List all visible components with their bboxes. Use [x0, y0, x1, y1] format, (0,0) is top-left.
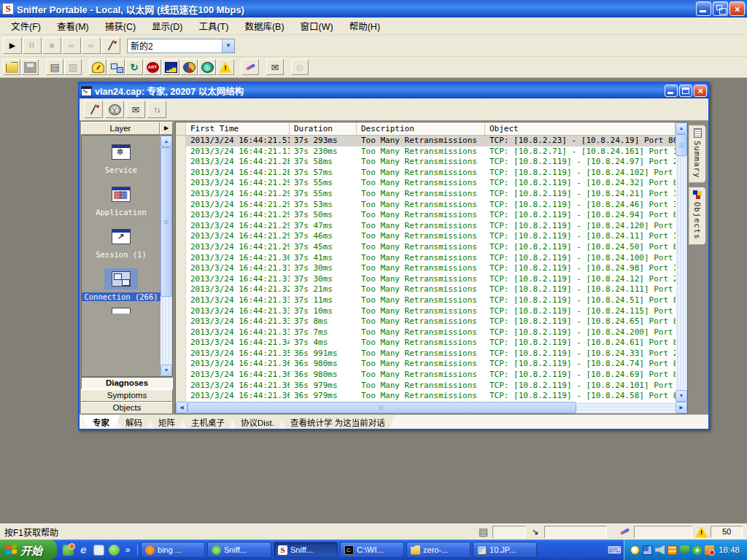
define-filter-button[interactable]	[84, 101, 103, 118]
network-tray-icon[interactable]	[643, 545, 652, 555]
task-button-5[interactable]: 10.JP...	[473, 542, 537, 558]
panel-button-diagnoses[interactable]: Diagnoses	[81, 377, 173, 389]
mail-button[interactable]	[126, 101, 145, 118]
menu-item-4[interactable]: 工具(T)	[190, 17, 236, 35]
table-row[interactable]: 2013/3/24 16:44:21.11437s 230msToo Many …	[176, 147, 676, 158]
layer-panel-expand-icon[interactable]: ▶	[160, 122, 173, 135]
volume-tray-icon[interactable]	[655, 545, 665, 555]
table-row[interactable]: 2013/3/24 16:44:21.33737s 7msToo Many Re…	[176, 327, 676, 338]
menu-item-2[interactable]: 捕获(C)	[97, 17, 144, 35]
table-row[interactable]: 2013/3/24 16:44:21.5137s 293msToo Many R…	[176, 136, 676, 147]
menu-item-0[interactable]: 文件(F)	[3, 17, 49, 35]
layer-item-session[interactable]: Session (1)	[93, 226, 149, 259]
table-row[interactable]: 2013/3/24 16:44:21.36536s 979msToo Many …	[176, 381, 676, 392]
play-button[interactable]	[3, 37, 22, 54]
table-row[interactable]: 2013/3/24 16:44:21.33437s 10msToo Many R…	[176, 306, 676, 317]
panel-button-objects[interactable]: Objects	[81, 402, 173, 414]
restore-button[interactable]	[713, 1, 728, 16]
layer-item-application[interactable]: Application	[93, 184, 149, 217]
define-filter-button[interactable]	[101, 37, 120, 54]
menu-item-3[interactable]: 显示(D)	[144, 17, 190, 35]
table-row[interactable]: 2013/3/24 16:44:21.33437s 11msToo Many R…	[176, 295, 676, 306]
scroll-left-icon[interactable]: ◀	[176, 402, 187, 413]
scroll-up-icon[interactable]: ▲	[160, 136, 172, 147]
table-row[interactable]: 2013/3/24 16:44:21.29037s 55msToo Many R…	[176, 178, 676, 189]
side-tab-summary[interactable]: Summary	[689, 125, 706, 183]
alert-tray-icon[interactable]	[705, 545, 714, 555]
dashboard-button[interactable]	[89, 59, 107, 75]
chevron-down-icon[interactable]: ▼	[222, 39, 234, 52]
menu-item-6[interactable]: 窗口(W)	[293, 17, 341, 35]
column-header-3[interactable]: Object	[485, 122, 676, 135]
scroll-right-icon[interactable]: ▶	[676, 402, 687, 413]
task-button-0[interactable]: bing ...	[141, 542, 205, 558]
table-row[interactable]: 2013/3/24 16:44:21.29737s 47msToo Many R…	[176, 221, 676, 232]
magnifier-tray-icon[interactable]	[630, 545, 640, 555]
updown-button[interactable]	[147, 101, 166, 118]
media-icon[interactable]	[109, 545, 120, 556]
globe-button[interactable]	[198, 59, 216, 75]
capture-button[interactable]	[241, 59, 259, 75]
bottom-tab-2[interactable]: 矩阵	[148, 415, 185, 429]
table-row[interactable]: 2013/3/24 16:44:21.31537s 30msToo Many R…	[176, 263, 676, 274]
layer-item-service[interactable]: Service	[103, 141, 139, 174]
table-row[interactable]: 2013/3/24 16:44:21.29437s 50msToo Many R…	[176, 210, 676, 221]
task-button-3[interactable]: C:\WI...	[340, 542, 404, 558]
table-row[interactable]: 2013/3/24 16:44:21.29937s 46msToo Many R…	[176, 231, 676, 242]
profile-combobox[interactable]: 新的2 ▼	[127, 39, 235, 53]
panel-button-symptoms[interactable]: Symptoms	[81, 389, 173, 402]
table-row[interactable]: 2013/3/24 16:44:21.34137s 4msToo Many Re…	[176, 338, 676, 349]
table-row[interactable]: 2013/3/24 16:44:21.29937s 45msToo Many R…	[176, 242, 676, 253]
bottom-tab-1[interactable]: 解码	[115, 415, 152, 429]
scroll-down-icon[interactable]: ▼	[676, 390, 687, 402]
table-row[interactable]: 2013/3/24 16:44:21.30437s 41msToo Many R…	[176, 253, 676, 264]
table-row[interactable]: 2013/3/24 16:44:21.29037s 55msToo Many R…	[176, 189, 676, 200]
open-button[interactable]	[3, 59, 20, 75]
update-tray-icon[interactable]	[692, 545, 702, 555]
minimize-button[interactable]	[696, 1, 711, 16]
table-row[interactable]: 2013/3/24 16:44:21.33637s 8msToo Many Re…	[176, 316, 676, 327]
art-button[interactable]	[144, 59, 161, 75]
menu-item-1[interactable]: 查看(M)	[49, 17, 97, 35]
table-vscrollbar[interactable]: ▲ ▼	[676, 122, 687, 402]
table-row[interactable]: 2013/3/24 16:44:21.29237s 53msToo Many R…	[176, 200, 676, 211]
start-button[interactable]: 开始	[0, 540, 57, 560]
bottom-tab-0[interactable]: 专家	[82, 415, 120, 429]
menu-item-7[interactable]: 帮助(H)	[341, 17, 388, 35]
task-button-2[interactable]: Sniff...	[274, 542, 338, 558]
task-button-1[interactable]: Sniff...	[207, 542, 271, 558]
doc-minimize-button[interactable]	[665, 85, 678, 97]
ie-icon[interactable]	[78, 545, 89, 556]
bottom-tab-4[interactable]: 协议Dist.	[231, 415, 285, 429]
table-row[interactable]: 2013/3/24 16:44:21.31537s 30msToo Many R…	[176, 274, 676, 285]
side-tab-objects[interactable]: Objects	[689, 187, 706, 244]
chevron-icon[interactable]	[124, 545, 131, 556]
messenger-icon[interactable]	[63, 545, 74, 556]
bottom-tab-3[interactable]: 主机桌子	[181, 415, 235, 429]
close-button[interactable]: ×	[729, 1, 745, 16]
print-button[interactable]	[46, 59, 63, 75]
doc-maximize-button[interactable]	[679, 85, 692, 97]
table-row[interactable]: 2013/3/24 16:44:21.32337s 21msToo Many R…	[176, 284, 676, 295]
menu-item-5[interactable]: 数据库(B)	[236, 17, 292, 35]
alarm-button[interactable]	[217, 59, 234, 75]
layer-panel-scrollbar[interactable]: ▲ ▼	[160, 136, 172, 376]
keyboard-icon[interactable]: ⌨	[605, 545, 624, 556]
table-row[interactable]: 2013/3/24 16:44:21.36436s 980msToo Many …	[176, 370, 676, 381]
table-hscrollbar[interactable]: ◀ ▶	[176, 402, 687, 413]
column-header-0[interactable]: First Time	[186, 122, 290, 135]
pie-chart-button[interactable]	[180, 59, 198, 75]
doc-close-button[interactable]: ×	[694, 85, 707, 97]
column-header-2[interactable]: Description	[357, 122, 485, 135]
config-tray-icon[interactable]	[667, 545, 677, 555]
layer-item-connection[interactable]: Connection (266)	[82, 268, 160, 301]
display-filter-button[interactable]	[105, 101, 124, 118]
bottom-tab-5[interactable]: 查看统计学 为这当前对话	[280, 415, 395, 429]
host-table-button[interactable]	[107, 59, 125, 75]
matrix-button[interactable]	[125, 59, 143, 75]
table-row[interactable]: 2013/3/24 16:44:21.35336s 991msToo Many …	[176, 349, 676, 359]
mail-button[interactable]	[266, 59, 284, 75]
table-row[interactable]: 2013/3/24 16:44:21.36436s 980msToo Many …	[176, 359, 676, 370]
table-row[interactable]: 2013/3/24 16:44:21.28637s 58msToo Many R…	[176, 157, 676, 168]
table-row[interactable]: 2013/3/24 16:44:21.36536s 979msToo Many …	[176, 391, 676, 402]
